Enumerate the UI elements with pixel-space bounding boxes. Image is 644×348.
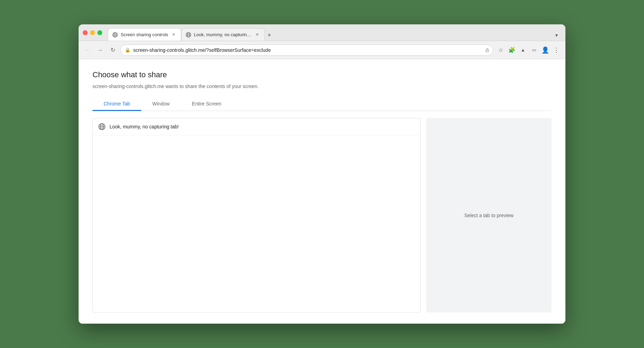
preview-text: Select a tab to preview <box>464 213 514 218</box>
address-text: screen-sharing-controls.glitch.me/?selfB… <box>133 47 483 53</box>
page-share-icon[interactable]: ⎙ <box>486 47 489 53</box>
tab-list-globe-icon <box>98 123 105 130</box>
list-item[interactable]: Look, mummy, no capturing tab! <box>93 118 420 135</box>
new-tab-button[interactable]: + <box>265 30 274 40</box>
globe-icon-2 <box>186 32 191 38</box>
tab-list-item-title: Look, mummy, no capturing tab! <box>110 124 179 129</box>
title-bar: Screen sharing controls ✕ Look, mummy, n… <box>79 24 565 41</box>
tab-dropdown-button[interactable]: ▾ <box>552 30 561 40</box>
tab-list: Look, mummy, no capturing tab! <box>92 118 421 313</box>
dialog-title: Choose what to share <box>92 70 552 79</box>
tab-1-close[interactable]: ✕ <box>171 32 177 38</box>
bookmark-button[interactable]: ☆ <box>496 45 506 55</box>
traffic-lights <box>83 30 102 35</box>
share-dialog: Choose what to share screen-sharing-cont… <box>79 59 565 324</box>
nav-actions: ☆ 🧩 ▲ ▭ 👤 ⋮ <box>496 45 561 55</box>
back-button[interactable]: ← <box>83 45 92 55</box>
extensions-button[interactable]: 🧩 <box>507 45 517 55</box>
lock-icon: 🔒 <box>125 47 130 53</box>
tab-nav-chrome-tab[interactable]: Chrome Tab <box>92 97 141 111</box>
close-button[interactable] <box>83 30 88 35</box>
globe-icon <box>112 32 118 38</box>
lab-button[interactable]: ▲ <box>518 45 528 55</box>
preview-panel: Select a tab to preview <box>426 118 552 313</box>
browser-tab-2[interactable]: Look, mummy, no capturing ta ✕ <box>181 28 265 41</box>
tab-2-close[interactable]: ✕ <box>255 32 260 38</box>
browser-window: Screen sharing controls ✕ Look, mummy, n… <box>79 24 565 324</box>
minimize-button[interactable] <box>90 30 95 35</box>
tab-nav-entire-screen[interactable]: Entire Screen <box>181 97 233 111</box>
page-content: Choose what to share screen-sharing-cont… <box>79 59 565 324</box>
tab-nav-window[interactable]: Window <box>141 97 181 111</box>
reload-button[interactable]: ↻ <box>108 45 118 55</box>
dialog-tabs-nav: Chrome Tab Window Entire Screen <box>92 97 552 111</box>
account-button[interactable]: 👤 <box>540 45 550 55</box>
forward-button[interactable]: → <box>95 45 105 55</box>
browser-tab-1[interactable]: Screen sharing controls ✕ <box>108 28 181 41</box>
sidebar-button[interactable]: ▭ <box>529 45 539 55</box>
menu-button[interactable]: ⋮ <box>552 45 561 55</box>
maximize-button[interactable] <box>97 30 102 35</box>
address-bar[interactable]: 🔒 screen-sharing-controls.glitch.me/?sel… <box>120 45 493 56</box>
tabs-area: Screen sharing controls ✕ Look, mummy, n… <box>108 24 561 41</box>
nav-bar: ← → ↻ 🔒 screen-sharing-controls.glitch.m… <box>79 41 565 59</box>
tab-1-title: Screen sharing controls <box>121 32 168 37</box>
dialog-content-area: Look, mummy, no capturing tab! Select a … <box>92 118 552 313</box>
dialog-subtitle: screen-sharing-controls.glitch.me wants … <box>92 84 552 89</box>
tab-2-title: Look, mummy, no capturing ta <box>194 32 252 37</box>
